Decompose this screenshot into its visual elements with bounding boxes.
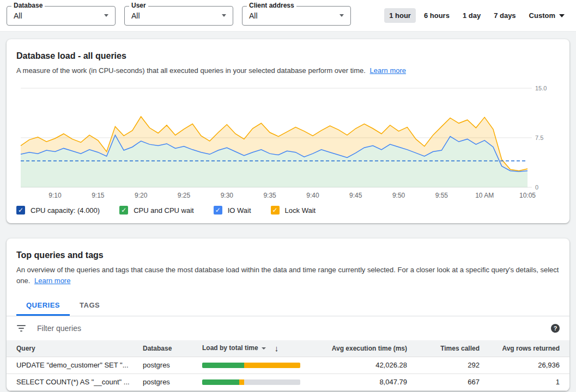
x-tick-label: 9:10: [48, 192, 62, 199]
query-cell: SELECT COUNT(*) AS "__count" ...: [7, 373, 143, 390]
filter-queries-input[interactable]: [36, 323, 541, 333]
legend-label: CPU capacity: (4.000): [31, 206, 100, 215]
y-tick-label: 0: [535, 184, 538, 191]
legend-lock-wait[interactable]: ✓ Lock Wait: [271, 206, 316, 215]
chevron-down-icon: [339, 14, 344, 17]
time-range-option-6-hours[interactable]: 6 hours: [419, 8, 454, 23]
database-load-description-text: A measure of the work (in CPU-seconds) t…: [16, 66, 366, 75]
user-filter-value: All: [131, 11, 140, 20]
chevron-down-icon: [559, 14, 565, 17]
top-queries-card: Top queries and tags An overview of the …: [7, 238, 569, 391]
database-cell: postgres: [143, 357, 202, 373]
database-filter-dropdown[interactable]: Database All: [7, 6, 116, 26]
x-tick-label: 9:50: [392, 192, 405, 199]
x-tick-label: 10:05: [519, 192, 536, 199]
sort-direction-icon[interactable]: ↓: [275, 344, 279, 353]
filter-bar: Database All User All Client address All…: [0, 0, 576, 32]
x-tick-label: 9:55: [435, 192, 448, 199]
column-header-database[interactable]: Database: [143, 340, 202, 357]
times-called-cell: 667: [407, 373, 480, 390]
legend-label: IO Wait: [228, 206, 251, 215]
column-header-query[interactable]: Query: [7, 340, 143, 357]
checkbox-checked-icon[interactable]: ✓: [214, 206, 222, 215]
x-tick-label: 9:20: [135, 192, 148, 199]
client-address-filter-label: Client address: [247, 2, 296, 9]
legend-cpu-and-cpu-wait[interactable]: ✓ CPU and CPU wait: [119, 206, 194, 215]
avg-rows-returned-cell: 26,936: [480, 357, 569, 373]
time-range-option-custom[interactable]: Custom: [524, 8, 569, 23]
time-range-option-1-hour[interactable]: 1 hour: [384, 8, 416, 23]
database-load-description: A measure of the work (in CPU-seconds) t…: [16, 65, 560, 76]
chart-legend: ✓ CPU capacity: (4.000) ✓ CPU and CPU wa…: [16, 206, 560, 215]
x-tick-label: 9:25: [178, 192, 191, 199]
time-range-selector: 1 hour 6 hours 1 day 7 days Custom: [384, 8, 569, 23]
x-tick-label: 9:40: [306, 192, 319, 199]
x-tick-label: 9:15: [92, 192, 105, 199]
checkbox-checked-icon[interactable]: ✓: [119, 206, 128, 215]
legend-cpu-capacity[interactable]: ✓ CPU capacity: (4.000): [16, 206, 100, 215]
legend-io-wait[interactable]: ✓ IO Wait: [214, 206, 251, 215]
tab-queries[interactable]: QUERIES: [16, 296, 70, 316]
column-header-times-called[interactable]: Times called: [407, 340, 480, 357]
legend-label: Lock Wait: [285, 206, 316, 215]
client-address-filter-value: All: [249, 11, 258, 20]
learn-more-link[interactable]: Learn more: [34, 277, 70, 285]
load-bar-cell: [202, 373, 314, 390]
legend-label: CPU and CPU wait: [134, 206, 194, 215]
tab-bar: QUERIES TAGS: [7, 296, 569, 316]
time-range-custom-label: Custom: [529, 11, 555, 20]
filter-list-icon[interactable]: [16, 325, 26, 332]
load-bar-segment: [244, 363, 300, 368]
filter-queries-row: ?: [7, 316, 569, 340]
learn-more-link[interactable]: Learn more: [370, 66, 406, 75]
load-bar-segment: [202, 379, 239, 385]
x-tick-label: 9:45: [349, 192, 362, 199]
queries-table: Query Database Load by total time↓ Avg e…: [7, 340, 569, 391]
chevron-down-icon: [222, 14, 226, 17]
column-header-avg-rows-returned[interactable]: Avg rows returned: [480, 340, 569, 357]
database-load-card: Database load - all queries A measure of…: [7, 39, 569, 223]
table-header-row: Query Database Load by total time↓ Avg e…: [7, 340, 569, 357]
checkbox-checked-icon[interactable]: ✓: [16, 206, 25, 215]
query-cell: UPDATE "demo_customer" SET "...: [7, 357, 143, 373]
sort-caret-icon[interactable]: [262, 347, 266, 350]
top-queries-description-text: An overview of the queries and tags that…: [16, 266, 559, 285]
database-cell: postgres: [143, 373, 202, 390]
load-bar-segment: [239, 379, 244, 385]
load-bar-segment: [244, 379, 300, 385]
top-queries-description: An overview of the queries and tags that…: [7, 265, 569, 286]
load-by-total-time-bar: [202, 379, 300, 385]
column-header-load-label: Load by total time: [202, 344, 258, 352]
table-row[interactable]: SELECT COUNT(*) AS "__count" ...postgres…: [7, 373, 569, 390]
table-row[interactable]: UPDATE "demo_customer" SET "...postgres4…: [7, 357, 569, 373]
column-header-load-by-total-time[interactable]: Load by total time↓: [202, 340, 314, 357]
user-filter-label: User: [129, 2, 148, 9]
x-tick-label: 9:30: [221, 192, 234, 199]
load-by-total-time-bar: [202, 363, 300, 368]
avg-execution-time-cell: 42,026.28: [314, 357, 407, 373]
column-header-avg-execution-time[interactable]: Avg execution time (ms): [314, 340, 407, 357]
time-range-option-7-days[interactable]: 7 days: [489, 8, 520, 23]
help-icon[interactable]: ?: [551, 324, 560, 333]
queries-table-body: UPDATE "demo_customer" SET "...postgres4…: [7, 357, 569, 390]
checkbox-checked-icon[interactable]: ✓: [271, 206, 280, 215]
database-load-title: Database load - all queries: [16, 51, 560, 61]
y-tick-label: 7.5: [535, 134, 543, 141]
database-filter-value: All: [14, 11, 22, 20]
query-insights-page: Database All User All Client address All…: [0, 0, 576, 391]
load-bar-segment: [202, 363, 244, 368]
top-queries-title: Top queries and tags: [7, 250, 569, 260]
user-filter-dropdown[interactable]: User All: [124, 6, 233, 26]
load-bar-cell: [202, 357, 314, 373]
y-tick-label: 15.0: [535, 85, 547, 91]
client-address-filter-dropdown[interactable]: Client address All: [242, 6, 351, 26]
load-chart[interactable]: 07.515.09:109:159:209:259:309:359:409:45…: [16, 84, 553, 201]
avg-execution-time-cell: 8,047.79: [314, 373, 407, 390]
tab-tags[interactable]: TAGS: [70, 296, 110, 316]
time-range-option-1-day[interactable]: 1 day: [458, 8, 486, 23]
times-called-cell: 292: [407, 357, 480, 373]
x-tick-label: 10 AM: [475, 192, 494, 199]
chevron-down-icon: [104, 14, 108, 17]
x-tick-label: 9:35: [263, 192, 276, 199]
avg-rows-returned-cell: 1: [480, 373, 569, 390]
